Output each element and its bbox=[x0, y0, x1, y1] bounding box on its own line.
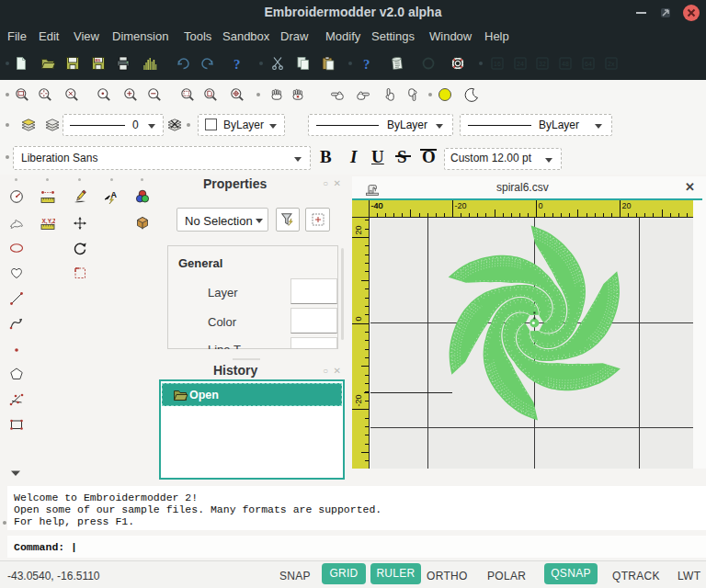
svg-text:32: 32 bbox=[539, 61, 546, 67]
svg-text:-20: -20 bbox=[455, 201, 467, 210]
svg-text:0: 0 bbox=[354, 316, 363, 321]
svg-text:64: 64 bbox=[585, 61, 592, 67]
svg-text:0: 0 bbox=[539, 201, 543, 210]
svg-text:ByLayer: ByLayer bbox=[387, 119, 427, 131]
svg-text:48: 48 bbox=[562, 61, 569, 67]
svg-text:?: ? bbox=[233, 57, 241, 72]
svg-text:0: 0 bbox=[132, 119, 139, 131]
svg-text:?: ? bbox=[363, 57, 370, 72]
svg-text:24: 24 bbox=[517, 61, 524, 67]
svg-text:X,Y,Z: X,Y,Z bbox=[41, 217, 55, 224]
svg-text:2x: 2x bbox=[608, 61, 615, 67]
svg-text:-20: -20 bbox=[354, 394, 363, 406]
svg-text:ByLayer: ByLayer bbox=[539, 119, 579, 131]
svg-text:20: 20 bbox=[622, 201, 632, 210]
svg-text:20: 20 bbox=[354, 225, 363, 234]
svg-text:as: as bbox=[95, 57, 100, 62]
svg-text:16: 16 bbox=[494, 61, 501, 67]
svg-text:-40: -40 bbox=[371, 201, 383, 210]
